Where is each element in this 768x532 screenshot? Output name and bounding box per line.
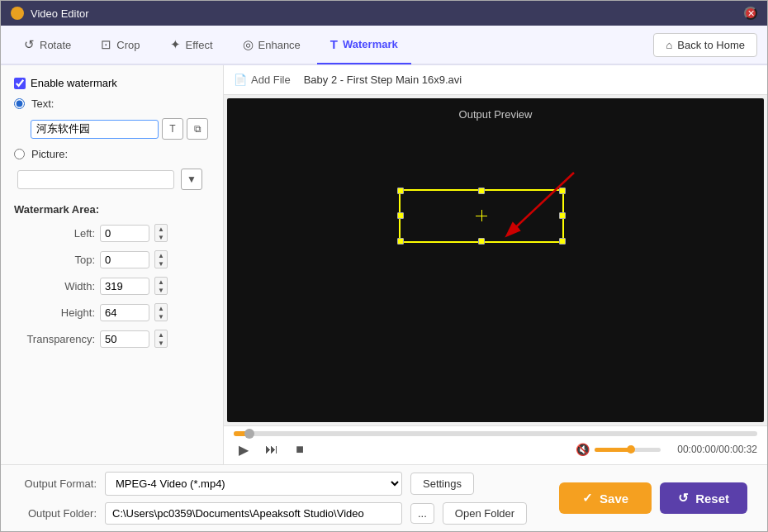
top-spinner[interactable]: ▲ ▼ <box>154 250 168 268</box>
back-to-home-button[interactable]: ⌂ Back to Home <box>653 33 757 57</box>
browse-folder-button[interactable]: ... <box>410 503 434 524</box>
resize-handle-bl[interactable] <box>397 238 404 245</box>
save-check-icon: ✓ <box>582 491 593 506</box>
bottom-bar: Output Format: MPEG-4 Video (*.mp4) Sett… <box>1 464 767 531</box>
browse-icon: ▼ <box>187 173 197 185</box>
add-file-label: Add File <box>251 74 291 86</box>
resize-handle-lc[interactable] <box>397 212 404 219</box>
top-input[interactable] <box>100 251 149 268</box>
transparency-up-arrow[interactable]: ▲ <box>155 330 167 339</box>
settings-button[interactable]: Settings <box>410 473 474 495</box>
left-spinner[interactable]: ▲ ▼ <box>154 224 168 242</box>
resize-handle-tr[interactable] <box>559 188 566 194</box>
volume-thumb[interactable] <box>627 445 635 454</box>
tab-crop-label: Crop <box>116 39 140 51</box>
reset-label: Reset <box>695 492 729 506</box>
effect-icon: ✦ <box>170 37 181 52</box>
rotate-icon: ↺ <box>24 37 35 52</box>
save-button[interactable]: ✓ Save <box>559 482 652 514</box>
progress-track[interactable] <box>234 431 757 436</box>
bottom-rows: Output Format: MPEG-4 Video (*.mp4) Sett… <box>14 472 754 525</box>
width-input[interactable] <box>100 278 149 295</box>
text-copy-icon: ⧉ <box>194 123 201 135</box>
play-button[interactable]: ▶ <box>234 439 254 459</box>
picture-path-input[interactable] <box>17 170 174 189</box>
text-radio[interactable] <box>14 98 25 109</box>
tab-rotate-label: Rotate <box>40 39 71 51</box>
volume-track[interactable] <box>595 448 661 452</box>
center-cross <box>476 210 487 221</box>
folder-row: Output Folder: ... Open Folder <box>14 502 551 525</box>
save-label: Save <box>600 492 628 506</box>
add-file-button[interactable]: 📄 Add File <box>234 74 291 86</box>
watermark-area-title: Watermark Area: <box>14 203 210 216</box>
width-down-arrow[interactable]: ▼ <box>155 286 167 294</box>
field-height: Height: ▲ ▼ <box>21 303 210 321</box>
stop-button[interactable]: ■ <box>290 439 310 459</box>
resize-handle-tl[interactable] <box>397 188 404 194</box>
resize-handle-br[interactable] <box>559 238 566 245</box>
watermark-icon: T <box>330 37 338 51</box>
file-name: Baby 2 - First Step Main 16x9.avi <box>304 74 462 86</box>
crop-icon: ⊡ <box>101 37 111 52</box>
picture-option-row: Picture: <box>14 148 210 160</box>
top-down-arrow[interactable]: ▼ <box>155 259 167 268</box>
left-up-arrow[interactable]: ▲ <box>155 225 167 233</box>
tab-rotate[interactable]: ↺ Rotate <box>11 25 84 64</box>
picture-radio[interactable] <box>14 149 25 159</box>
open-folder-button[interactable]: Open Folder <box>443 502 527 525</box>
enable-watermark-checkbox[interactable] <box>14 78 26 89</box>
left-label: Left: <box>21 227 95 240</box>
height-up-arrow[interactable]: ▲ <box>155 304 167 312</box>
back-btn-label: Back to Home <box>677 39 745 51</box>
tab-watermark[interactable]: T Watermark <box>317 25 411 64</box>
text-copy-button[interactable]: ⧉ <box>187 118 208 140</box>
add-file-icon: 📄 <box>234 74 247 86</box>
folder-path-input[interactable] <box>105 502 402 525</box>
picture-input-row: ▼ <box>17 169 210 190</box>
enhance-icon: ◎ <box>243 37 254 52</box>
height-spinner[interactable]: ▲ ▼ <box>154 303 168 321</box>
next-frame-button[interactable]: ⏭ <box>262 439 282 459</box>
width-spinner[interactable]: ▲ ▼ <box>154 277 168 295</box>
width-up-arrow[interactable]: ▲ <box>155 278 167 286</box>
close-button[interactable]: ✕ <box>744 7 757 20</box>
controls-row: ▶ ⏭ ■ 🔇 00:00:00/00:00:32 <box>234 439 757 459</box>
text-format-button[interactable]: T <box>162 118 183 140</box>
preview-area: Output Preview <box>227 98 764 422</box>
format-select[interactable]: MPEG-4 Video (*.mp4) <box>105 472 402 496</box>
picture-browse-button[interactable]: ▼ <box>181 169 202 190</box>
transparency-input[interactable] <box>100 330 149 348</box>
output-folder-label: Output Folder: <box>14 507 97 520</box>
progress-thumb[interactable] <box>244 429 254 439</box>
text-option-row: Text: <box>14 97 210 110</box>
left-down-arrow[interactable]: ▼ <box>155 233 167 241</box>
resize-handle-bc[interactable] <box>478 238 485 245</box>
title-bar-left: Video Editor <box>11 7 89 20</box>
tab-enhance[interactable]: ◎ Enhance <box>230 25 314 64</box>
height-label: Height: <box>21 306 95 319</box>
left-input[interactable] <box>100 225 149 242</box>
tab-crop[interactable]: ⊡ Crop <box>88 25 153 64</box>
resize-handle-rc[interactable] <box>559 212 566 219</box>
transparency-down-arrow[interactable]: ▼ <box>155 339 167 347</box>
transparency-spinner[interactable]: ▲ ▼ <box>154 330 168 348</box>
action-buttons: ✓ Save ↺ Reset <box>559 482 754 514</box>
watermark-box[interactable] <box>399 189 564 243</box>
text-input[interactable] <box>31 120 159 139</box>
enable-watermark-row: Enable watermark <box>14 77 210 89</box>
title-bar: Video Editor ✕ <box>1 1 767 26</box>
tabs-bar: ↺ Rotate ⊡ Crop ✦ Effect ◎ Enhance T Wat… <box>1 26 767 65</box>
resize-handle-tc[interactable] <box>478 188 485 194</box>
volume-icon: 🔇 <box>576 443 590 456</box>
text-t-icon: T <box>169 123 175 135</box>
top-up-arrow[interactable]: ▲ <box>155 251 167 259</box>
height-down-arrow[interactable]: ▼ <box>155 312 167 321</box>
reset-button[interactable]: ↺ Reset <box>660 482 747 514</box>
output-format-label: Output Format: <box>14 477 97 490</box>
time-display: 00:00:00/00:00:32 <box>677 444 757 455</box>
tab-effect[interactable]: ✦ Effect <box>157 25 226 64</box>
volume-area: 🔇 <box>576 443 661 456</box>
transparency-label: Transparency: <box>21 333 95 345</box>
height-input[interactable] <box>100 304 149 321</box>
